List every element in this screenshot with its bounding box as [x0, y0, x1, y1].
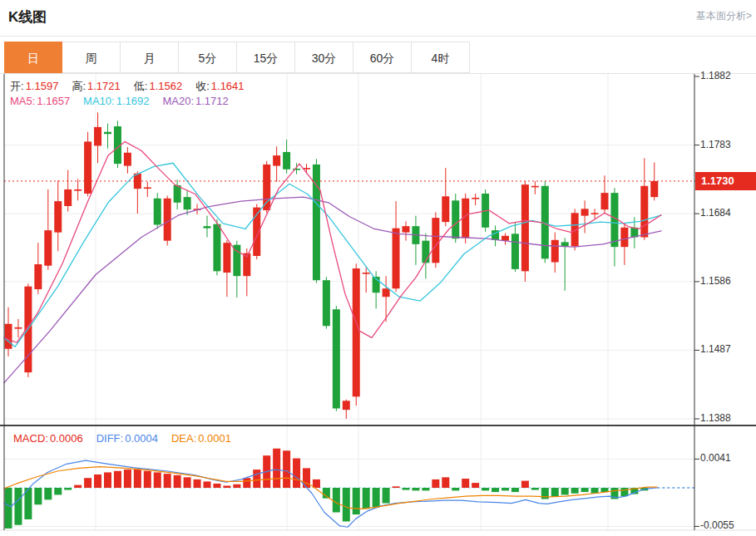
macd-bar	[14, 488, 22, 525]
candle-body-down	[283, 152, 290, 170]
candle-body-up	[403, 226, 410, 233]
macd-bar	[124, 470, 131, 488]
axis-tick-label: -0.0055	[700, 519, 734, 531]
candle-body-down	[184, 197, 191, 209]
candle-body-down	[213, 224, 220, 272]
candle-body-down	[174, 185, 181, 203]
macd-bar	[511, 488, 519, 492]
candle-body-up	[383, 288, 390, 297]
macd-bar	[213, 484, 220, 488]
legend-item: DEA:0.0001	[171, 432, 231, 445]
candle-body-up	[650, 181, 658, 197]
current-price-badge: 1.1730	[695, 172, 756, 190]
candle-body-up	[502, 236, 509, 241]
macd-bar	[442, 477, 449, 488]
candle-body-up	[5, 324, 12, 349]
candle-body-down	[154, 199, 161, 225]
macd-bar	[243, 478, 250, 488]
diff-line	[4, 460, 657, 527]
axis-tick-label: 1.1882	[700, 70, 731, 81]
candle-body-down	[422, 241, 429, 263]
axis-tick-label: 1.1388	[700, 412, 731, 424]
candle-body-up	[74, 189, 82, 191]
macd-bar	[64, 488, 72, 490]
axis-tick-label: 1.1783	[700, 139, 731, 150]
axis-tick-label: 1.1684	[700, 207, 731, 219]
legend-item: MACD:0.0006	[13, 432, 83, 445]
macd-bar	[462, 479, 469, 488]
candle-body-up	[531, 186, 539, 188]
legend-item: DIFF:0.0004	[96, 432, 158, 445]
candle-body-up	[144, 187, 151, 189]
macd-bar	[174, 475, 181, 488]
candle-body-up	[34, 264, 42, 289]
macd-bar	[492, 488, 499, 492]
macd-bar	[74, 485, 82, 488]
candle-body-up	[14, 327, 22, 329]
candle-body-up	[273, 155, 280, 166]
macd-bar	[373, 488, 380, 508]
candle-body-down	[561, 242, 569, 246]
macd-bar	[144, 471, 151, 488]
macd-bar	[452, 488, 459, 490]
candle-body-down	[452, 200, 459, 238]
candle-body-up	[84, 141, 91, 194]
macd-bar	[5, 488, 12, 529]
macd-bar	[134, 470, 141, 488]
macd-bar	[393, 486, 400, 488]
macd-bar	[551, 488, 559, 497]
candle-body-up	[263, 165, 270, 210]
axis-tick-label: 0.0041	[700, 452, 731, 464]
macd-bar	[154, 472, 161, 488]
candle-body-up	[94, 127, 101, 146]
macd-bar	[422, 488, 429, 490]
candle-body-down	[333, 309, 340, 408]
macd-bar	[293, 459, 300, 488]
macd-bar	[54, 488, 62, 494]
macd-bar	[343, 488, 350, 522]
candle-body-up	[164, 199, 171, 241]
macd-bar	[353, 488, 360, 514]
macd-bar	[104, 472, 111, 488]
legend-item: 开:1.1597	[10, 80, 58, 92]
candle-body-up	[521, 184, 529, 271]
legend-item: MA20:1.1712	[162, 95, 228, 107]
macd-bar	[432, 479, 439, 488]
candle-body-up	[442, 196, 449, 222]
candle-body-up	[591, 213, 599, 214]
macd-bar	[273, 449, 280, 488]
candle-body-up	[64, 189, 72, 206]
macd-bar	[283, 450, 290, 488]
macd-bar	[620, 488, 628, 496]
macd-bar	[44, 488, 52, 499]
candle-body-up	[601, 193, 609, 209]
macd-bar	[333, 488, 340, 513]
macd-bar	[363, 488, 370, 509]
candle-body-up	[472, 198, 479, 199]
macd-bar	[502, 488, 509, 490]
macd-bar	[223, 485, 230, 488]
axis-tick-label: 1.1487	[700, 343, 731, 355]
macd-bar	[194, 479, 201, 488]
macd-bar	[114, 471, 121, 488]
candle-body-up	[620, 228, 628, 247]
macd-bar	[472, 483, 479, 488]
macd-bar	[233, 484, 240, 488]
macd-bar	[403, 488, 410, 490]
macd-bar	[383, 488, 390, 504]
candle-body-up	[581, 209, 589, 215]
macd-bar	[412, 488, 419, 490]
candle-body-down	[323, 280, 330, 326]
macd-bar	[164, 474, 171, 488]
legend-item: MA5:1.1657	[10, 95, 70, 107]
candle-body-up	[124, 153, 131, 166]
kline-widget: K线图 基本面分析> 日周月5分15分30分60分4时 开:1.1597高:1.…	[0, 0, 756, 536]
macd-legend: MACD:0.0006DIFF:0.0004DEA:0.0001	[13, 432, 245, 445]
candle-body-up	[44, 230, 52, 266]
legend-item: 低:1.1562	[134, 80, 182, 92]
ohlc-legend: 开:1.1597高:1.1721低:1.1562收:1.1641	[10, 79, 258, 94]
candle-body-up	[551, 240, 559, 263]
candle-body-down	[104, 132, 111, 135]
candle-body-up	[54, 201, 62, 233]
legend-item: 高:1.1721	[72, 80, 120, 92]
